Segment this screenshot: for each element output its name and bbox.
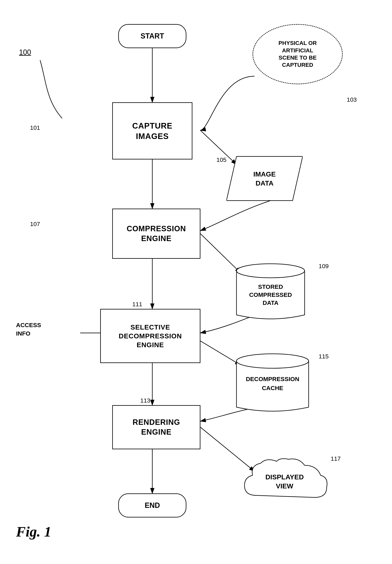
ref-105: 105 xyxy=(216,156,227,163)
end-node: END xyxy=(118,494,186,518)
physical-scene-label: PHYSICAL OR ARTIFICIAL SCENE TO BE CAPTU… xyxy=(279,40,317,69)
svg-marker-11 xyxy=(227,156,303,201)
compression-engine-label: COMPRESSION ENGINE xyxy=(127,224,186,244)
ref-111: 111 xyxy=(132,301,142,308)
start-node: START xyxy=(118,24,186,48)
ref-115: 115 xyxy=(319,353,329,360)
rendering-engine-node: RENDERING ENGINE xyxy=(112,405,200,449)
diagram-container: START PHYSICAL OR ARTIFICIAL SCENE TO BE… xyxy=(0,0,392,564)
figure-label: Fig. 1 xyxy=(16,523,51,540)
svg-point-18 xyxy=(236,354,309,368)
svg-text:IMAGE: IMAGE xyxy=(253,170,276,178)
svg-text:COMPRESSED: COMPRESSED xyxy=(249,291,292,298)
svg-text:STORED: STORED xyxy=(258,283,283,290)
ref-109: 109 xyxy=(319,263,329,269)
svg-point-14 xyxy=(236,264,305,278)
ref-101: 101 xyxy=(30,124,40,131)
selective-decompression-node: SELECTIVE DECOMPRESSION ENGINE xyxy=(100,309,200,363)
capture-images-node: CAPTURE IMAGES xyxy=(112,102,192,159)
start-label: START xyxy=(140,32,164,40)
capture-images-label: CAPTURE IMAGES xyxy=(132,121,172,141)
decompression-cache-node: DECOMPRESSION CACHE xyxy=(232,353,313,415)
ref-107: 107 xyxy=(30,221,40,227)
end-label: END xyxy=(145,501,160,510)
ref-103: 103 xyxy=(347,96,357,103)
flow-arrows xyxy=(0,0,392,564)
physical-scene-node: PHYSICAL OR ARTIFICIAL SCENE TO BE CAPTU… xyxy=(253,24,343,84)
ref-113: 113 xyxy=(140,397,150,404)
svg-text:DATA: DATA xyxy=(256,179,273,187)
displayed-view-node: DISPLAYED VIEW xyxy=(241,455,329,513)
stored-compressed-node: STORED COMPRESSED DATA xyxy=(232,263,309,323)
svg-text:CACHE: CACHE xyxy=(262,385,283,391)
access-info-label: ACCESS INFO xyxy=(16,321,41,338)
svg-text:DECOMPRESSION: DECOMPRESSION xyxy=(246,376,299,382)
ref-100: 100 xyxy=(19,48,31,56)
svg-text:DISPLAYED: DISPLAYED xyxy=(265,473,304,481)
svg-text:DATA: DATA xyxy=(263,299,279,306)
ref-117: 117 xyxy=(331,455,341,462)
image-data-node: IMAGE DATA xyxy=(227,155,303,203)
selective-decompression-label: SELECTIVE DECOMPRESSION ENGINE xyxy=(119,323,182,349)
svg-text:VIEW: VIEW xyxy=(276,482,294,490)
compression-engine-node: COMPRESSION ENGINE xyxy=(112,209,200,259)
rendering-engine-label: RENDERING ENGINE xyxy=(133,417,180,437)
